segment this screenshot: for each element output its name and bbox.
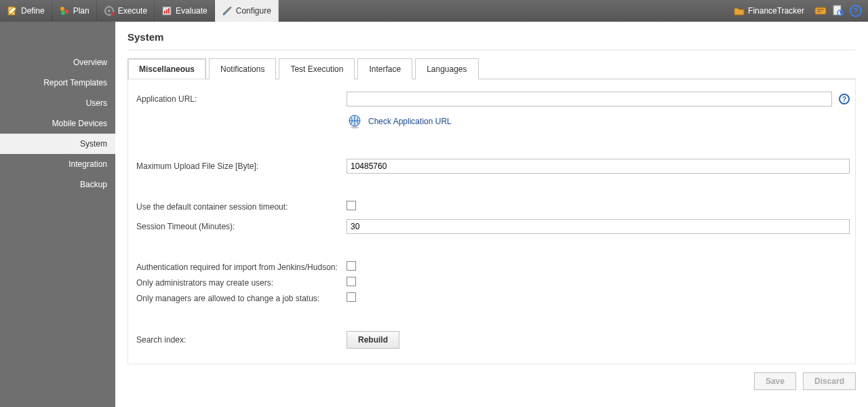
max-upload-input[interactable] xyxy=(347,159,850,174)
tab-label: Notifications xyxy=(220,64,264,74)
svg-text:?: ? xyxy=(854,7,859,15)
page-title: System xyxy=(127,31,856,50)
define-icon xyxy=(7,5,18,16)
sidebar-item-backup[interactable]: Backup xyxy=(0,174,115,195)
sidebar-item-overview[interactable]: Overview xyxy=(0,52,115,73)
row-session-timeout: Session Timeout (Minutes): xyxy=(136,219,850,234)
tab-notifications[interactable]: Notifications xyxy=(209,58,276,79)
nav-label: Execute xyxy=(118,6,147,16)
svg-point-1 xyxy=(60,7,64,11)
help-icon[interactable]: ? xyxy=(839,94,850,104)
tab-label: Interface xyxy=(369,64,401,74)
tab-test-execution[interactable]: Test Execution xyxy=(279,58,355,79)
sidebar-item-users[interactable]: Users xyxy=(0,93,115,113)
session-timeout-input[interactable] xyxy=(347,219,850,234)
sidebar-item-label: System xyxy=(80,139,107,149)
sidebar-item-label: Integration xyxy=(68,159,107,169)
plan-icon xyxy=(59,5,70,16)
top-toolbar: Define Plan Execute Evaluate Configure xyxy=(0,0,868,22)
tabs: Miscellaneous Notifications Test Executi… xyxy=(127,58,856,79)
configure-icon xyxy=(222,5,233,16)
project-selector[interactable]: FinanceTracker xyxy=(728,6,810,16)
sidebar-item-label: Mobile Devices xyxy=(52,119,107,128)
auth-jenkins-label: Authentication required for import from … xyxy=(136,263,347,272)
nav-label: Define xyxy=(21,6,45,16)
tab-label: Test Execution xyxy=(290,64,343,74)
nav-label: Evaluate xyxy=(176,6,208,16)
svg-point-6 xyxy=(111,12,114,16)
sidebar-item-report-templates[interactable]: Report Templates xyxy=(0,73,115,93)
footer-actions: Save Discard xyxy=(127,372,856,390)
nav-execute[interactable]: Execute xyxy=(97,0,155,22)
folder-icon xyxy=(734,6,745,16)
default-timeout-checkbox[interactable] xyxy=(347,201,356,210)
help-icon[interactable]: ? xyxy=(849,4,863,18)
evaluate-icon xyxy=(161,5,172,16)
nav-label: Configure xyxy=(236,6,271,16)
row-only-admin: Only administrators may create users: xyxy=(136,277,850,288)
row-default-timeout: Use the default container session timeou… xyxy=(136,201,850,212)
only-manager-checkbox[interactable] xyxy=(347,292,356,302)
svg-rect-11 xyxy=(815,7,826,14)
content: System Miscellaneous Notifications Test … xyxy=(115,22,868,407)
only-manager-label: Only managers are allowed to change a jo… xyxy=(136,294,347,303)
default-timeout-label: Use the default container session timeou… xyxy=(136,202,347,212)
svg-rect-8 xyxy=(164,11,165,14)
rebuild-button[interactable]: Rebuild xyxy=(347,331,399,349)
row-search-index: Search index: Rebuild xyxy=(136,331,850,349)
tab-miscellaneous[interactable]: Miscellaneous xyxy=(127,58,206,79)
nav-evaluate[interactable]: Evaluate xyxy=(155,0,215,22)
nav-plan[interactable]: Plan xyxy=(52,0,97,22)
svg-point-3 xyxy=(61,11,65,15)
row-application-url: Application URL: ? xyxy=(136,92,850,106)
application-url-label: Application URL: xyxy=(136,94,347,104)
svg-rect-9 xyxy=(166,9,167,14)
save-button[interactable]: Save xyxy=(754,372,796,390)
tab-label: Miscellaneous xyxy=(139,64,195,74)
row-max-upload: Maximum Upload File Size [Byte]: xyxy=(136,159,850,174)
check-application-url-label: Check Application URL xyxy=(368,117,452,126)
svg-point-5 xyxy=(108,9,111,12)
discard-button[interactable]: Discard xyxy=(803,372,856,390)
sidebar-item-label: Report Templates xyxy=(43,78,107,88)
nav-configure[interactable]: Configure xyxy=(215,0,279,22)
globe-icon xyxy=(347,113,363,130)
row-only-manager: Only managers are allowed to change a jo… xyxy=(136,292,850,304)
row-check-url: Check Application URL xyxy=(136,113,850,132)
sidebar-item-integration[interactable]: Integration xyxy=(0,154,115,174)
sidebar-item-label: Overview xyxy=(73,58,107,67)
ticket-icon[interactable] xyxy=(814,4,827,18)
check-application-url-link[interactable]: Check Application URL xyxy=(347,113,452,130)
svg-text:?: ? xyxy=(842,96,846,103)
row-auth-jenkins: Authentication required for import from … xyxy=(136,261,850,273)
discard-label: Discard xyxy=(814,376,844,386)
auth-jenkins-checkbox[interactable] xyxy=(347,261,356,271)
rebuild-label: Rebuild xyxy=(358,335,388,345)
sidebar: Overview Report Templates Users Mobile D… xyxy=(0,22,115,407)
search-index-label: Search index: xyxy=(136,335,347,345)
document-refresh-icon[interactable] xyxy=(831,4,845,18)
top-nav: Define Plan Execute Evaluate Configure xyxy=(0,0,279,22)
sidebar-item-label: Backup xyxy=(80,180,107,189)
svg-point-19 xyxy=(351,127,359,129)
form-panel: Application URL: ? Check Application URL xyxy=(127,79,856,364)
main-area: Overview Report Templates Users Mobile D… xyxy=(0,22,868,407)
max-upload-label: Maximum Upload File Size [Byte]: xyxy=(136,161,347,171)
tab-interface[interactable]: Interface xyxy=(357,58,412,79)
sidebar-item-system[interactable]: System xyxy=(0,134,115,154)
svg-rect-10 xyxy=(168,8,170,14)
sidebar-item-label: Users xyxy=(86,98,107,108)
sidebar-item-mobile-devices[interactable]: Mobile Devices xyxy=(0,113,115,134)
nav-define[interactable]: Define xyxy=(0,0,52,22)
nav-label: Plan xyxy=(73,6,90,16)
tab-languages[interactable]: Languages xyxy=(415,58,478,79)
execute-icon xyxy=(104,5,115,16)
project-label: FinanceTracker xyxy=(748,6,804,16)
tab-label: Languages xyxy=(427,64,467,74)
session-timeout-label: Session Timeout (Minutes): xyxy=(136,222,347,231)
top-right: FinanceTracker ? xyxy=(728,0,868,22)
only-admin-checkbox[interactable] xyxy=(347,277,356,286)
only-admin-label: Only administrators may create users: xyxy=(136,278,347,288)
application-url-input[interactable] xyxy=(347,92,832,106)
save-label: Save xyxy=(766,376,785,386)
